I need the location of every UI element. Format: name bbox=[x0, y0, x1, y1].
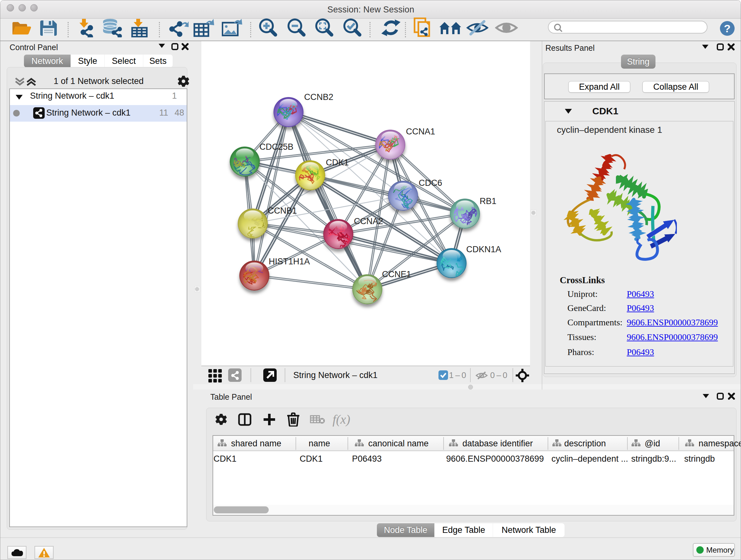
svg-text:?: ? bbox=[724, 22, 731, 35]
